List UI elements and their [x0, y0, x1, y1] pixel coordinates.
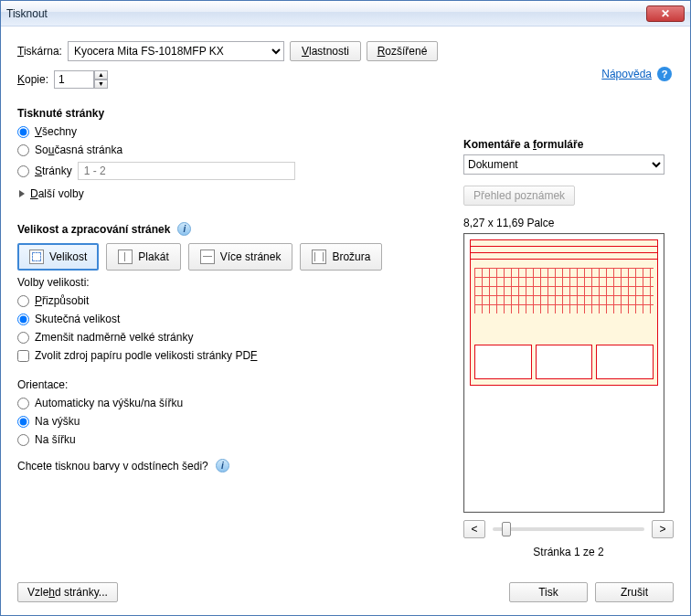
copies-spinner: ▲ ▼ [54, 70, 108, 89]
printer-select[interactable]: Kyocera Mita FS-1018MFP KX [68, 41, 284, 61]
brochure-icon [312, 250, 326, 264]
fit-radio[interactable] [17, 295, 29, 307]
help-area: Nápověda ? [601, 67, 672, 81]
multi-page-icon [200, 250, 215, 264]
copies-row: Kopie: ▲ ▼ [17, 70, 438, 89]
copies-label: Kopie: [17, 73, 48, 86]
tab-size[interactable]: Velikost [17, 243, 99, 271]
orient-auto-radio[interactable] [17, 398, 29, 409]
pages-all-label: Všechny [35, 125, 77, 138]
pages-current-label: Současná stránka [35, 143, 122, 156]
orient-landscape-radio[interactable] [17, 434, 29, 446]
window-title: Tisknout [6, 7, 48, 20]
more-options-toggle[interactable]: Další volby [19, 187, 438, 200]
disclosure-triangle-icon [19, 190, 25, 197]
preview-dimensions: 8,27 x 11,69 Palce [463, 217, 674, 229]
print-dialog: Tisknout ✕ Nápověda ? Tiskárna: Kyocera … [0, 0, 691, 616]
dialog-footer: Vzlehd stránky... Tisk Zrušit [17, 582, 674, 602]
orient-landscape-row[interactable]: Na šířku [17, 433, 438, 446]
grayscale-row: Chcete tisknou barvy v odstínech šedi? i [17, 459, 438, 473]
info-icon[interactable]: i [177, 222, 191, 236]
shrink-row[interactable]: Zmenšit nadměrně velké stránky [17, 331, 438, 344]
paper-source-checkbox[interactable] [17, 350, 29, 362]
pages-all-radio[interactable] [17, 126, 29, 138]
slider-thumb[interactable] [502, 522, 511, 536]
cancel-button[interactable]: Zrušit [595, 582, 674, 602]
comments-heading: Komentáře a formuláře [463, 138, 674, 151]
poster-icon [118, 250, 133, 264]
size-options-label: Volby velikosti: [17, 276, 438, 289]
print-preview [463, 233, 664, 513]
orient-portrait-label: Na výšku [35, 415, 80, 428]
pages-current-row[interactable]: Současná stránka [17, 143, 438, 156]
paper-source-label: Zvolit zdroj papíru podle velikosti strá… [35, 349, 257, 362]
actual-radio[interactable] [17, 313, 29, 325]
help-icon[interactable]: ? [657, 67, 672, 81]
shrink-label: Zmenšit nadměrně velké stránky [35, 331, 193, 344]
left-column: Tiskárna: Kyocera Mita FS-1018MFP KX Vla… [17, 41, 438, 473]
fit-label: Přizpůsobit [35, 294, 89, 307]
pages-current-radio[interactable] [17, 144, 29, 156]
preview-pager: < > [463, 520, 674, 538]
print-button[interactable]: Tisk [509, 582, 588, 602]
orient-auto-label: Automaticky na výšku/na šířku [35, 397, 183, 409]
orient-landscape-label: Na šířku [35, 433, 76, 446]
prev-page-button[interactable]: < [463, 520, 485, 538]
pages-range-radio[interactable] [17, 165, 29, 177]
page-slider[interactable] [493, 527, 644, 531]
shrink-radio[interactable] [17, 332, 29, 344]
pages-heading: Tisknuté stránky [17, 107, 438, 120]
pages-range-label: Stránky [35, 165, 72, 177]
tab-poster[interactable]: Plakát [106, 243, 180, 271]
preview-page-content [470, 239, 658, 386]
page-setup-button[interactable]: Vzlehd stránky... [17, 582, 118, 602]
tab-multi[interactable]: Více stránek [188, 243, 293, 271]
paper-source-row[interactable]: Zvolit zdroj papíru podle velikosti strá… [17, 349, 438, 362]
tab-brochure[interactable]: Brožura [300, 243, 382, 271]
page-indicator: Stránka 1 ze 2 [463, 546, 674, 558]
orient-portrait-row[interactable]: Na výšku [17, 415, 438, 428]
summarize-comments-button: Přehled poznámek [463, 186, 575, 206]
help-link[interactable]: Nápověda [601, 68, 652, 80]
grayscale-label: Chcete tisknou barvy v odstínech šedi? [17, 460, 208, 473]
printer-row: Tiskárna: Kyocera Mita FS-1018MFP KX Vla… [17, 41, 438, 61]
copies-up[interactable]: ▲ [94, 70, 108, 80]
orientation-heading: Orientace: [17, 378, 438, 391]
comments-select[interactable]: Dokument [463, 154, 664, 175]
copies-input[interactable] [54, 70, 94, 89]
close-icon: ✕ [661, 7, 670, 20]
properties-button[interactable]: Vlastnosti [290, 41, 361, 61]
fit-row[interactable]: Přizpůsobit [17, 294, 438, 307]
titlebar: Tisknout ✕ [1, 1, 690, 27]
next-page-button[interactable]: > [652, 520, 674, 538]
pages-range-row[interactable]: Stránky [17, 162, 438, 180]
printer-label: Tiskárna: [17, 45, 62, 58]
size-icon [29, 250, 44, 264]
actual-row[interactable]: Skutečná velikost [17, 313, 438, 325]
info-icon[interactable]: i [216, 459, 229, 473]
orient-portrait-radio[interactable] [17, 416, 29, 428]
pages-range-input[interactable] [78, 162, 295, 180]
size-tabs: Velikost Plakát Více stránek Brožura [17, 243, 438, 271]
orient-auto-row[interactable]: Automaticky na výšku/na šířku [17, 397, 438, 409]
advanced-button[interactable]: Rozšířené [367, 41, 438, 61]
dialog-content: Nápověda ? Tiskárna: Kyocera Mita FS-101… [1, 27, 690, 615]
pages-all-row[interactable]: Všechny [17, 125, 438, 138]
close-button[interactable]: ✕ [646, 5, 685, 22]
actual-label: Skutečná velikost [35, 313, 120, 325]
size-heading: Velikost a zpracování stránek i [17, 222, 438, 236]
copies-down[interactable]: ▼ [94, 80, 108, 89]
more-options-label: Další volby [30, 187, 84, 200]
right-column: Komentáře a formuláře Dokument Přehled p… [463, 127, 674, 558]
